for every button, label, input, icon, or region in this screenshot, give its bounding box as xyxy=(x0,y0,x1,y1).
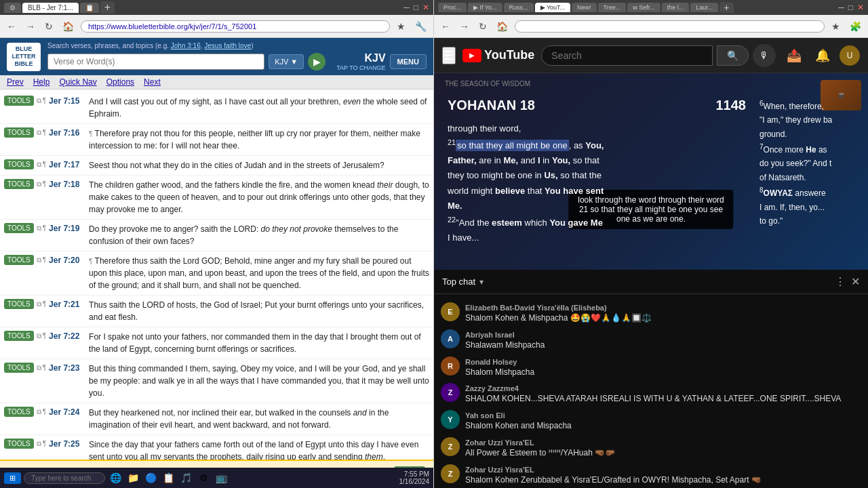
tools-button-7-16[interactable]: TOOLS xyxy=(4,127,34,138)
blb-logo[interactable]: BLUE LETTER BIBLE xyxy=(7,43,41,71)
taskbar-icon-chrome[interactable]: 🔵 xyxy=(143,470,158,485)
para-icon-7-20[interactable]: ¶ xyxy=(43,256,46,264)
bookmark-button[interactable]: ★ xyxy=(394,20,408,33)
tools-button-7-20[interactable]: TOOLS xyxy=(4,255,34,265)
home-button[interactable]: 🏠 xyxy=(60,20,77,33)
copy-icon-7-16[interactable]: ⧉ xyxy=(37,129,41,137)
tools-button-7-22[interactable]: TOOLS xyxy=(4,331,34,341)
copy-icon-7-19[interactable]: ⧉ xyxy=(37,224,41,232)
taskbar-icon-folder[interactable]: 📁 xyxy=(125,470,140,485)
yt-notifications-button[interactable]: 🔔 xyxy=(811,44,834,67)
chat-more-button[interactable]: ⋮ xyxy=(835,275,846,288)
copy-icon-7-15[interactable]: ⧉ xyxy=(37,97,41,105)
nav-next[interactable]: Next xyxy=(144,77,161,87)
yt-minimize-button[interactable]: ─ xyxy=(838,3,844,12)
taskbar-icon-app4[interactable]: 📺 xyxy=(214,470,229,485)
taskbar-icon-edge[interactable]: 🌐 xyxy=(108,470,123,485)
yt-user-avatar[interactable]: U xyxy=(840,45,860,66)
yt-tab-youtube[interactable]: ▶ YouT... xyxy=(535,3,571,12)
tools-button-7-19[interactable]: TOOLS xyxy=(4,223,34,233)
yt-url-input[interactable]: https://www.youtube.com/watch?v=jY6NXCUN… xyxy=(515,20,825,33)
chat-message-1: A Abriyah Israel Shalawam Mishpacha xyxy=(439,327,863,354)
copy-icon-7-21[interactable]: ⧉ xyxy=(37,300,41,308)
hint-link-1[interactable]: John 3:16 xyxy=(171,42,201,49)
menu-button[interactable]: MENU xyxy=(390,54,427,69)
url-input-left[interactable] xyxy=(81,20,390,33)
yt-search-input[interactable] xyxy=(541,45,713,66)
taskbar-icon-app3[interactable]: ⚙ xyxy=(196,470,211,485)
yt-mic-button[interactable]: 🎙 xyxy=(753,44,776,67)
yt-tab-tree[interactable]: Tree... xyxy=(598,3,627,12)
copy-icon-7-17[interactable]: ⧉ xyxy=(37,161,41,169)
yt-tab-laur[interactable]: Laur... xyxy=(690,3,718,12)
browser-tab-misc[interactable]: 📋 xyxy=(80,3,99,13)
yt-forward-button[interactable]: → xyxy=(457,20,472,33)
maximize-button[interactable]: □ xyxy=(414,3,418,12)
yt-close-button[interactable]: ✕ xyxy=(857,3,864,12)
refresh-button[interactable]: ↻ xyxy=(42,20,56,33)
go-button[interactable]: ▶ xyxy=(308,53,326,70)
copy-icon-7-18[interactable]: ⧉ xyxy=(37,180,41,188)
yt-tab-new[interactable]: New! xyxy=(572,3,597,12)
nav-help[interactable]: Help xyxy=(33,77,50,87)
yt-back-button[interactable]: ← xyxy=(438,20,453,33)
yt-new-tab-button[interactable]: + xyxy=(719,2,733,13)
version-selector[interactable]: KJV ▼ xyxy=(269,54,304,69)
copy-icon-7-20[interactable]: ⧉ xyxy=(37,256,41,264)
chat-title-row[interactable]: Top chat ▾ xyxy=(442,277,484,287)
copy-icon-7-22[interactable]: ⧉ xyxy=(37,332,41,340)
yt-logo[interactable]: ▶ YouTube xyxy=(462,48,534,62)
tools-button-7-23[interactable]: TOOLS xyxy=(4,363,34,373)
para-icon-7-15[interactable]: ¶ xyxy=(43,97,46,105)
nav-options[interactable]: Options xyxy=(106,77,134,87)
tools-button-7-24[interactable]: TOOLS xyxy=(4,407,34,417)
para-icon-7-23[interactable]: ¶ xyxy=(43,364,46,372)
copy-icon-7-24[interactable]: ⧉ xyxy=(37,408,41,416)
taskbar-icon-app1[interactable]: 📋 xyxy=(161,470,176,485)
nav-quicknav[interactable]: Quick Nav xyxy=(59,77,96,87)
yt-tab-ifo[interactable]: ▶ If Yo... xyxy=(468,3,502,12)
back-button[interactable]: ← xyxy=(4,20,19,33)
yt-maximize-button[interactable]: □ xyxy=(848,3,853,12)
close-button[interactable]: ✕ xyxy=(422,3,429,12)
yt-refresh-button[interactable]: ↻ xyxy=(476,20,490,33)
chat-close-button[interactable]: ✕ xyxy=(851,275,860,288)
tools-button-7-15[interactable]: TOOLS xyxy=(4,96,34,106)
para-icon-7-21[interactable]: ¶ xyxy=(43,300,46,308)
para-icon-7-22[interactable]: ¶ xyxy=(43,332,46,340)
yt-home-button[interactable]: 🏠 xyxy=(494,20,511,33)
copy-icon-7-25[interactable]: ⧉ xyxy=(37,440,41,448)
tools-button-7-25[interactable]: TOOLS xyxy=(4,439,34,449)
yt-star-button[interactable]: ★ xyxy=(829,20,843,33)
tools-button-7-18[interactable]: TOOLS xyxy=(4,179,34,189)
yt-tab-thel[interactable]: the l... xyxy=(662,3,690,12)
forward-button[interactable]: → xyxy=(23,20,38,33)
extensions-button[interactable]: 🔧 xyxy=(412,20,429,33)
para-icon-7-18[interactable]: ¶ xyxy=(43,180,46,188)
yt-tab-sefr[interactable]: w Sefr... xyxy=(627,3,660,12)
nav-prev[interactable]: Prev xyxy=(7,77,24,87)
new-tab-button[interactable]: + xyxy=(100,1,115,14)
para-icon-7-25[interactable]: ¶ xyxy=(43,440,46,448)
browser-tab-blb[interactable]: BLB - Jer 7:1... xyxy=(22,3,79,13)
taskbar-search-input[interactable] xyxy=(24,472,105,484)
copy-icon-7-23[interactable]: ⧉ xyxy=(37,364,41,372)
start-button[interactable]: ⊞ xyxy=(4,472,21,484)
para-icon-7-24[interactable]: ¶ xyxy=(43,408,46,416)
yt-tab-russ[interactable]: Russ... xyxy=(504,3,534,12)
yt-search-button[interactable]: 🔍 xyxy=(717,45,749,66)
para-icon-7-19[interactable]: ¶ xyxy=(43,224,46,232)
hint-link-2[interactable]: Jesus faith love xyxy=(204,42,251,49)
yt-upload-button[interactable]: 📤 xyxy=(783,44,806,67)
yt-menu-button[interactable]: ☰ xyxy=(442,47,456,64)
minimize-button[interactable]: ─ xyxy=(403,3,410,12)
tools-button-7-17[interactable]: TOOLS xyxy=(4,159,34,169)
browser-tab-gear[interactable]: ⚙ xyxy=(4,3,21,13)
yt-tab-proc[interactable]: Proc... xyxy=(438,3,467,12)
para-icon-7-17[interactable]: ¶ xyxy=(43,161,46,169)
blb-search-input[interactable] xyxy=(47,54,264,70)
tools-button-7-21[interactable]: TOOLS xyxy=(4,299,34,309)
yt-extensions-button[interactable]: 🧩 xyxy=(847,20,864,33)
para-icon-7-16[interactable]: ¶ xyxy=(43,129,46,137)
taskbar-icon-app2[interactable]: 🎵 xyxy=(178,470,193,485)
